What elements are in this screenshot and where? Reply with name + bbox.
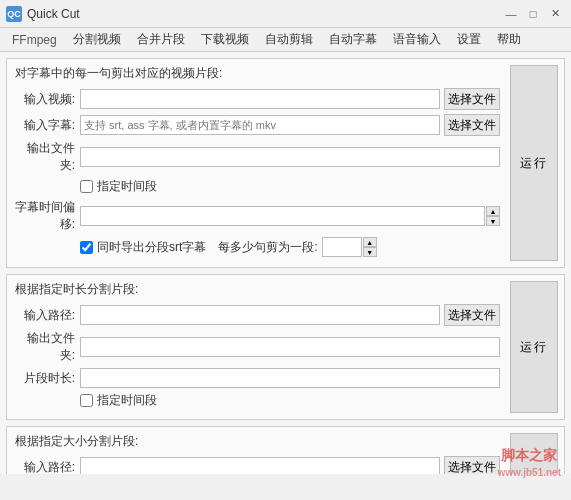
per-sentence-up-arrow[interactable]: ▲ [363,237,377,247]
per-sentence-down-arrow[interactable]: ▼ [363,247,377,257]
menu-item-settings[interactable]: 设置 [449,28,489,51]
output-folder-label: 输出文件夹: [15,140,80,174]
duration-output-row: 输出文件夹: [15,330,500,364]
duration-input-field[interactable] [80,305,440,325]
specify-time-row: 指定时间段 [15,178,500,195]
duration-section: 根据指定时长分割片段: 输入路径: 选择文件 输出文件夹: 片段时长: 指定时间… [6,274,565,420]
export-srt-label: 同时导出分段srt字幕 [97,239,206,256]
maximize-button[interactable]: □ [523,5,543,23]
duration-specify-time-checkbox[interactable] [80,394,93,407]
subtitle-select-button[interactable]: 选择文件 [444,114,500,136]
per-sentence-spinner: ▲ ▼ [363,237,377,257]
size-run-button[interactable]: 运行 [510,433,558,474]
minimize-button[interactable]: — [501,5,521,23]
duration-specify-time-row: 指定时间段 [15,392,500,409]
video-input-label: 输入视频: [15,91,80,108]
window-controls: — □ ✕ [501,5,565,23]
menu-item-auto-subtitle[interactable]: 自动字幕 [321,28,385,51]
size-input-field[interactable] [80,457,440,474]
size-section-content: 根据指定大小分割片段: 输入路径: 选择文件 输出文件夹: 片段大小(MB): … [15,433,556,474]
duration-length-row: 片段时长: [15,368,500,388]
subtitle-section-content: 对字幕中的每一句剪出对应的视频片段: 输入视频: 选择文件 输入字幕: 选择文件… [15,65,556,257]
duration-specify-time-label: 指定时间段 [97,392,157,409]
duration-output-label: 输出文件夹: [15,330,80,364]
menu-item-help[interactable]: 帮助 [489,28,529,51]
subtitle-input-field[interactable] [80,115,440,135]
offset-spinner: ▲ ▼ [486,206,500,226]
subtitle-input-label: 输入字幕: [15,117,80,134]
per-sentence-input[interactable]: 1 [322,237,362,257]
subtitle-input-row: 输入字幕: 选择文件 [15,114,500,136]
duration-output-field[interactable] [80,337,500,357]
duration-length-field[interactable] [80,368,500,388]
subtitle-run-container: 运行 [510,65,558,261]
size-input-row: 输入路径: 选择文件 [15,456,500,474]
size-section-title: 根据指定大小分割片段: [15,433,500,450]
export-srt-checkbox[interactable] [80,241,93,254]
offset-row: 字幕时间偏移: 0.00 ▲ ▼ [15,199,500,233]
duration-section-content: 根据指定时长分割片段: 输入路径: 选择文件 输出文件夹: 片段时长: 指定时间… [15,281,556,409]
duration-select-button[interactable]: 选择文件 [444,304,500,326]
output-folder-field[interactable] [80,147,500,167]
duration-input-label: 输入路径: [15,307,80,324]
specify-time-label: 指定时间段 [97,178,157,195]
output-folder-row: 输出文件夹: [15,140,500,174]
main-content: 对字幕中的每一句剪出对应的视频片段: 输入视频: 选择文件 输入字幕: 选择文件… [0,52,571,474]
app-icon: QC [6,6,22,22]
offset-label: 字幕时间偏移: [15,199,80,233]
video-input-row: 输入视频: 选择文件 [15,88,500,110]
duration-run-container: 运行 [510,281,558,413]
offset-down-arrow[interactable]: ▼ [486,216,500,226]
subtitle-run-button[interactable]: 运行 [510,65,558,261]
menu-item-ffmpeg[interactable]: FFmpeg [4,28,65,51]
offset-up-arrow[interactable]: ▲ [486,206,500,216]
menu-item-download[interactable]: 下载视频 [193,28,257,51]
video-input-field[interactable] [80,89,440,109]
size-select-button[interactable]: 选择文件 [444,456,500,474]
duration-length-label: 片段时长: [15,370,80,387]
per-sentence-label: 每多少句剪为一段: [218,239,317,256]
duration-run-button[interactable]: 运行 [510,281,558,413]
export-srt-row: 同时导出分段srt字幕 每多少句剪为一段: 1 ▲ ▼ [15,237,500,257]
offset-input[interactable]: 0.00 [80,206,485,226]
menu-bar: FFmpeg 分割视频 合并片段 下载视频 自动剪辑 自动字幕 语音输入 设置 … [0,28,571,52]
size-section: 根据指定大小分割片段: 输入路径: 选择文件 输出文件夹: 片段大小(MB): … [6,426,565,474]
app-title: Quick Cut [27,7,501,21]
specify-time-checkbox[interactable] [80,180,93,193]
menu-item-voice-input[interactable]: 语音输入 [385,28,449,51]
menu-item-split-video[interactable]: 分割视频 [65,28,129,51]
menu-item-merge[interactable]: 合并片段 [129,28,193,51]
size-input-label: 输入路径: [15,459,80,475]
menu-item-auto-cut[interactable]: 自动剪辑 [257,28,321,51]
duration-input-row: 输入路径: 选择文件 [15,304,500,326]
subtitle-section-title: 对字幕中的每一句剪出对应的视频片段: [15,65,500,82]
duration-section-title: 根据指定时长分割片段: [15,281,500,298]
close-button[interactable]: ✕ [545,5,565,23]
size-run-container: 运行 [510,433,558,474]
video-select-button[interactable]: 选择文件 [444,88,500,110]
title-bar: QC Quick Cut — □ ✕ [0,0,571,28]
subtitle-section: 对字幕中的每一句剪出对应的视频片段: 输入视频: 选择文件 输入字幕: 选择文件… [6,58,565,268]
